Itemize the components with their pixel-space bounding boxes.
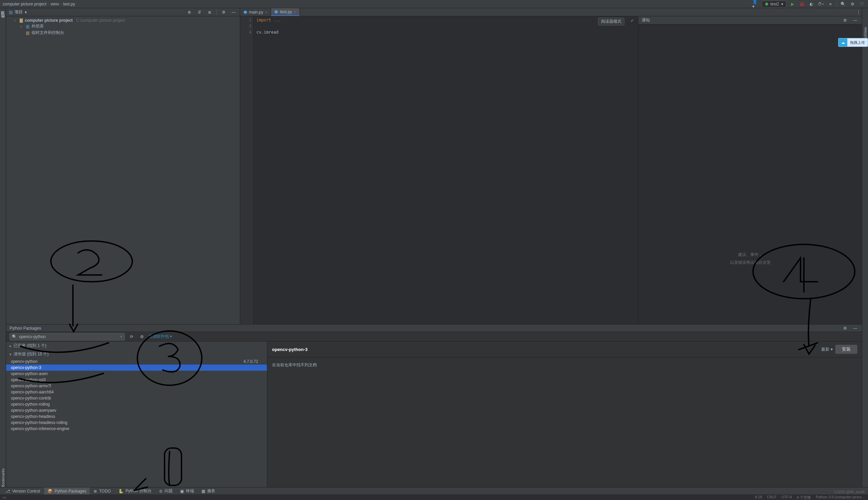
add-package-link[interactable]: 添加软件包 ▾ bbox=[149, 334, 172, 339]
packages-title: Python Packages bbox=[10, 326, 41, 331]
bottom-tab[interactable]: ⊘问题 bbox=[156, 487, 176, 495]
tab-icon: ▦ bbox=[201, 489, 205, 493]
package-row[interactable]: opencv-python-3 bbox=[6, 365, 267, 371]
structure-tool-tab[interactable]: 结构 bbox=[0, 19, 5, 23]
project-icon: ▤ bbox=[9, 10, 13, 15]
package-row[interactable]: opencv-python-asenyaev bbox=[6, 407, 267, 413]
profiler-icon[interactable]: ⏱▾ bbox=[818, 1, 824, 8]
bottom-tab[interactable]: ▣终端 bbox=[177, 487, 197, 495]
status-item[interactable]: CRLF bbox=[767, 495, 777, 500]
chevron-down-icon: ▾ bbox=[831, 347, 833, 352]
package-row[interactable]: opencv-python-contrib bbox=[6, 395, 267, 401]
select-opened-file-icon[interactable]: ⊕ bbox=[186, 9, 193, 15]
package-detail-name: opencv-python-3 bbox=[272, 347, 308, 352]
chevron-down-icon: ▾ bbox=[781, 2, 783, 7]
package-version-select[interactable]: 最新 ▾ bbox=[821, 346, 833, 352]
packages-search-input[interactable] bbox=[19, 334, 118, 339]
breadcrumb-item[interactable]: computer picture project bbox=[3, 2, 46, 7]
notifications-title: 通知 bbox=[642, 17, 650, 23]
hide-icon[interactable]: — bbox=[230, 9, 237, 15]
packages-group-installed[interactable]: ▸ 已安装 (找到 1 个) bbox=[6, 341, 267, 350]
packages-search[interactable]: 🔍 × bbox=[10, 333, 125, 340]
package-row[interactable]: opencv-python4.7.0.72 bbox=[6, 359, 267, 365]
package-row[interactable]: opencv-python-headless bbox=[6, 413, 267, 420]
reload-icon[interactable]: ⟳ bbox=[128, 333, 135, 340]
chevron-right-icon[interactable]: ▸ bbox=[10, 343, 12, 348]
right-tool-gutter: SciView 插件 bbox=[862, 8, 868, 492]
breadcrumb[interactable]: computer picture project › venv › test.p… bbox=[3, 2, 75, 7]
chevron-right-icon[interactable]: › bbox=[20, 24, 24, 29]
tree-item-label: 临时文件和控制台 bbox=[32, 30, 64, 36]
tree-root-row[interactable]: › ▇ computer picture project C:\computer… bbox=[6, 18, 240, 23]
package-row[interactable]: opencv-python-headless-rolling bbox=[6, 420, 267, 426]
tree-item-libraries[interactable]: › ▥ 外部库 bbox=[6, 23, 240, 30]
expand-all-icon[interactable]: ⇵ bbox=[196, 9, 203, 15]
status-item[interactable]: 4:18 bbox=[755, 495, 762, 500]
gear-icon[interactable]: ⚙ bbox=[138, 333, 145, 340]
run-configuration[interactable]: ⬢ test2 ▾ bbox=[762, 1, 786, 8]
packages-list[interactable]: ▸ 已安装 (找到 1 个) ▾ 清华源 (找到 15 个) opencv-py… bbox=[6, 341, 267, 487]
bottom-tab[interactable]: 🐍Python 控制台 bbox=[115, 487, 155, 495]
coverage-icon[interactable]: ◐ bbox=[808, 1, 815, 8]
close-icon[interactable]: × bbox=[294, 10, 296, 14]
package-row[interactable]: opencv-python-armv7l bbox=[6, 383, 267, 389]
editor-tab-menu-icon[interactable]: ⋮ bbox=[855, 8, 862, 16]
editor-tab-main[interactable]: ⬢ main.py × bbox=[240, 8, 271, 16]
bottom-tab[interactable]: ≣TODO bbox=[90, 487, 114, 495]
package-row[interactable]: opencv-python-rpi3 bbox=[6, 377, 267, 383]
bottom-tab[interactable]: 📦Python Packages bbox=[44, 487, 90, 495]
run-icon[interactable]: ▶ bbox=[789, 1, 796, 8]
chevron-right-icon[interactable]: › bbox=[14, 18, 17, 23]
breadcrumb-item[interactable]: venv bbox=[50, 2, 59, 7]
package-row[interactable]: opencv-python-inference-engine bbox=[6, 426, 267, 432]
chevron-right-icon: › bbox=[48, 2, 49, 7]
gear-icon[interactable]: ⚙ bbox=[842, 325, 848, 332]
upload-badge[interactable]: ☁ 拖拽上传 bbox=[838, 38, 868, 47]
chevron-down-icon[interactable]: ▾ bbox=[10, 352, 12, 357]
package-row-name: opencv-python-aarch64 bbox=[11, 390, 54, 395]
packages-content: ▸ 已安装 (找到 1 个) ▾ 清华源 (找到 15 个) opencv-py… bbox=[6, 341, 862, 487]
status-item[interactable]: Python 3.9 (computer pictur… bbox=[816, 495, 865, 500]
tab-label: TODO bbox=[99, 489, 110, 493]
plugin-shield-icon[interactable]: 🛡 bbox=[858, 1, 865, 8]
bottom-tab[interactable]: ▦服务 bbox=[198, 487, 219, 495]
package-row-name: opencv-python-rolling bbox=[11, 402, 50, 407]
gear-icon[interactable]: ⚙ bbox=[842, 17, 848, 24]
tab-icon: ≣ bbox=[94, 489, 97, 493]
chevron-down-icon[interactable]: ▾ bbox=[25, 10, 27, 15]
tree-item-scratches[interactable]: ▧ 临时文件和控制台 bbox=[6, 30, 240, 36]
package-row-name: opencv-python bbox=[11, 359, 38, 364]
breadcrumb-item[interactable]: test.py bbox=[63, 2, 75, 7]
package-row-name: opencv-python-headless-rolling bbox=[11, 420, 68, 425]
debug-icon[interactable]: 🐞 bbox=[798, 1, 805, 8]
package-row-name: opencv-python-headless bbox=[11, 414, 55, 419]
notifications-empty-line: 以及错误将出现在这里 bbox=[730, 260, 771, 265]
close-icon[interactable]: × bbox=[265, 10, 267, 14]
package-row-version: 4.7.0.72 bbox=[244, 359, 262, 364]
reader-mode-pill[interactable]: 阅读器模式 bbox=[598, 18, 624, 25]
editor-tab-test[interactable]: ⬢ test.py × bbox=[271, 8, 300, 16]
status-left-icon[interactable]: ▭ bbox=[3, 495, 6, 500]
package-row[interactable]: opencv-python-asen bbox=[6, 371, 267, 377]
install-button[interactable]: 安装 bbox=[835, 345, 857, 354]
packages-group-mirror[interactable]: ▾ 清华源 (找到 15 个) bbox=[6, 350, 267, 359]
search-icon[interactable]: 🔍 bbox=[840, 1, 846, 8]
inspection-ok-icon[interactable]: ✔ bbox=[631, 18, 634, 23]
project-tool-icon[interactable]: ▦ bbox=[1, 10, 5, 15]
status-item[interactable]: UTF-8 bbox=[782, 495, 792, 500]
settings-icon[interactable]: ⚙ bbox=[849, 1, 856, 8]
folder-icon: ▇ bbox=[20, 18, 23, 23]
status-item[interactable]: 4 个空格 bbox=[797, 495, 811, 500]
hide-icon[interactable]: — bbox=[852, 17, 858, 24]
bottom-tab[interactable]: ⎇Version Control bbox=[2, 487, 44, 495]
collapse-all-icon[interactable]: ≣ bbox=[206, 9, 213, 15]
user-menu-icon[interactable]: 👤▾ bbox=[752, 1, 759, 8]
package-row[interactable]: opencv-python-aarch64 bbox=[6, 389, 267, 395]
bookmarks-tool-tab[interactable]: Bookmarks bbox=[1, 466, 5, 489]
package-row[interactable]: opencv-python-rolling bbox=[6, 401, 267, 407]
stop-icon[interactable]: ■ bbox=[827, 1, 834, 8]
hide-icon[interactable]: — bbox=[852, 325, 858, 332]
clear-icon[interactable]: × bbox=[120, 334, 122, 339]
gear-icon[interactable]: ⚙ bbox=[220, 9, 227, 15]
editor-tab-label: main.py bbox=[249, 10, 263, 15]
